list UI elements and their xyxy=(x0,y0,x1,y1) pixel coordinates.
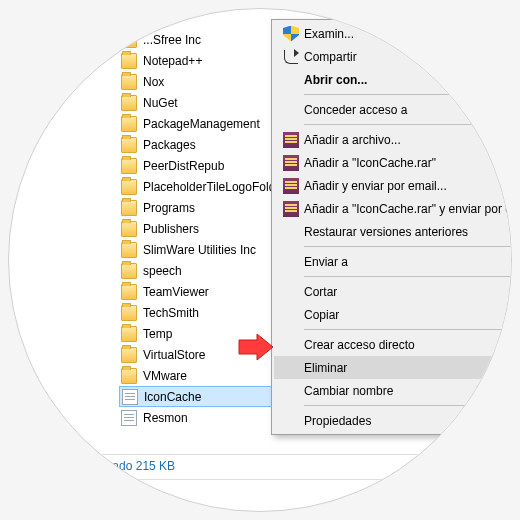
menu-cambiar-nombre[interactable]: Cambiar nombre xyxy=(274,379,512,402)
menu-restaurar[interactable]: Restaurar versiones anteriores xyxy=(274,220,512,243)
archive-icon xyxy=(283,201,299,217)
menu-propiedades[interactable]: Propiedades xyxy=(274,409,512,432)
archive-icon xyxy=(283,178,299,194)
menu-conceder-acceso[interactable]: Conceder acceso a xyxy=(274,98,512,121)
folder-icon xyxy=(121,158,137,174)
folder-icon xyxy=(121,263,137,279)
folder-icon xyxy=(121,347,137,363)
file-icon xyxy=(121,410,137,426)
chevron-right-icon xyxy=(511,106,512,114)
folder-icon xyxy=(121,368,137,384)
folder-icon xyxy=(121,305,137,321)
folder-icon xyxy=(121,32,137,48)
menu-anadir-archivo[interactable]: Añadir a archivo... xyxy=(274,128,512,151)
menu-crear-acceso[interactable]: Crear acceso directo xyxy=(274,333,512,356)
file-icon xyxy=(122,389,138,405)
status-bar: to seleccionado 215 KB xyxy=(49,459,175,473)
folder-icon xyxy=(121,179,137,195)
folder-icon xyxy=(121,116,137,132)
shield-icon xyxy=(283,26,299,42)
share-icon xyxy=(283,49,299,65)
menu-copiar[interactable]: Copiar xyxy=(274,303,512,326)
folder-icon xyxy=(121,95,137,111)
folder-icon xyxy=(121,74,137,90)
menu-examinar[interactable]: Examin... xyxy=(274,22,512,45)
folder-icon xyxy=(121,137,137,153)
context-menu: Examin... Compartir Abrir con... Concede… xyxy=(271,19,512,435)
folder-icon xyxy=(121,326,137,342)
archive-icon xyxy=(283,132,299,148)
folder-icon xyxy=(121,242,137,258)
menu-anadir-iconcache[interactable]: Añadir a "IconCache.rar" xyxy=(274,151,512,174)
menu-anadir-email[interactable]: Añadir y enviar por email... xyxy=(274,174,512,197)
menu-enviar-a[interactable]: Enviar a xyxy=(274,250,512,273)
folder-icon xyxy=(121,200,137,216)
folder-icon xyxy=(121,284,137,300)
menu-compartir[interactable]: Compartir xyxy=(274,45,512,68)
menu-eliminar[interactable]: Eliminar xyxy=(274,356,512,379)
folder-icon xyxy=(121,221,137,237)
archive-icon xyxy=(283,155,299,171)
chevron-right-icon xyxy=(511,258,512,266)
menu-anadir-iconcache-email[interactable]: Añadir a "IconCache.rar" y enviar por e.… xyxy=(274,197,512,220)
menu-abrir-con[interactable]: Abrir con... xyxy=(274,68,512,91)
menu-cortar[interactable]: Cortar xyxy=(274,280,512,303)
folder-icon xyxy=(121,53,137,69)
